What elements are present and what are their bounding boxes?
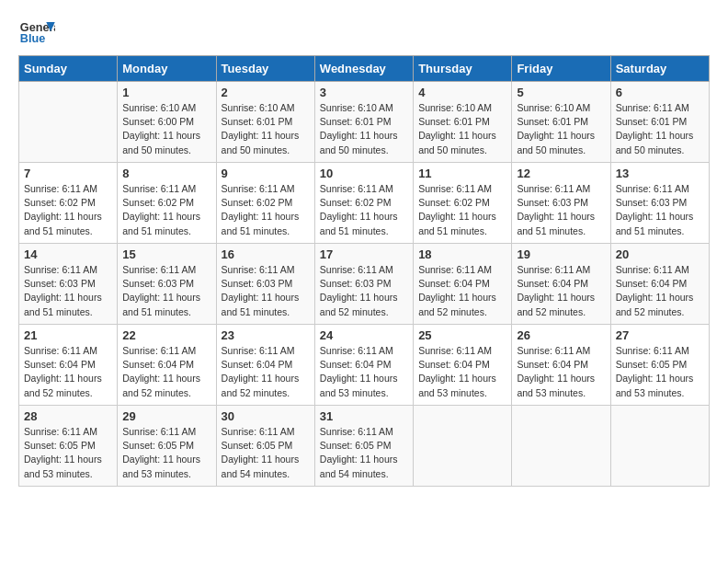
day-number: 27 bbox=[616, 328, 704, 342]
calendar-cell: 18Sunrise: 6:11 AMSunset: 6:04 PMDayligh… bbox=[414, 244, 512, 325]
calendar-week-row: 28Sunrise: 6:11 AMSunset: 6:05 PMDayligh… bbox=[19, 406, 710, 487]
day-number: 17 bbox=[320, 247, 408, 261]
day-number: 3 bbox=[320, 86, 408, 99]
day-info: Sunrise: 6:11 AMSunset: 6:04 PMDaylight:… bbox=[122, 344, 210, 400]
day-number: 13 bbox=[616, 167, 704, 180]
day-info: Sunrise: 6:11 AMSunset: 6:03 PMDaylight:… bbox=[122, 263, 210, 319]
day-number: 20 bbox=[616, 247, 704, 261]
day-number: 6 bbox=[616, 86, 704, 99]
calendar-cell: 26Sunrise: 6:11 AMSunset: 6:04 PMDayligh… bbox=[512, 325, 610, 406]
day-number: 31 bbox=[320, 409, 408, 423]
day-info: Sunrise: 6:11 AMSunset: 6:04 PMDaylight:… bbox=[24, 344, 112, 400]
weekday-header: Friday bbox=[512, 56, 610, 82]
day-number: 18 bbox=[418, 247, 506, 261]
calendar-week-row: 14Sunrise: 6:11 AMSunset: 6:03 PMDayligh… bbox=[19, 244, 710, 325]
day-info: Sunrise: 6:10 AMSunset: 6:01 PMDaylight:… bbox=[320, 101, 408, 157]
day-info: Sunrise: 6:11 AMSunset: 6:03 PMDaylight:… bbox=[517, 182, 605, 238]
calendar-cell: 21Sunrise: 6:11 AMSunset: 6:04 PMDayligh… bbox=[19, 325, 118, 406]
calendar-cell: 20Sunrise: 6:11 AMSunset: 6:04 PMDayligh… bbox=[610, 244, 709, 325]
calendar-cell: 11Sunrise: 6:11 AMSunset: 6:02 PMDayligh… bbox=[414, 163, 512, 244]
day-number: 7 bbox=[24, 167, 112, 180]
calendar-cell: 29Sunrise: 6:11 AMSunset: 6:05 PMDayligh… bbox=[118, 406, 216, 487]
day-number: 19 bbox=[517, 247, 605, 261]
day-number: 26 bbox=[517, 328, 605, 342]
day-number: 23 bbox=[222, 328, 310, 342]
calendar-cell bbox=[610, 406, 709, 487]
calendar-cell: 17Sunrise: 6:11 AMSunset: 6:03 PMDayligh… bbox=[314, 244, 413, 325]
day-info: Sunrise: 6:11 AMSunset: 6:05 PMDaylight:… bbox=[222, 425, 310, 481]
day-number: 28 bbox=[24, 409, 112, 423]
day-info: Sunrise: 6:11 AMSunset: 6:05 PMDaylight:… bbox=[24, 425, 112, 481]
calendar-cell bbox=[414, 406, 512, 487]
day-info: Sunrise: 6:11 AMSunset: 6:05 PMDaylight:… bbox=[616, 344, 704, 400]
day-info: Sunrise: 6:11 AMSunset: 6:03 PMDaylight:… bbox=[320, 263, 408, 319]
day-info: Sunrise: 6:11 AMSunset: 6:02 PMDaylight:… bbox=[222, 182, 310, 238]
day-info: Sunrise: 6:11 AMSunset: 6:04 PMDaylight:… bbox=[616, 263, 704, 319]
day-info: Sunrise: 6:11 AMSunset: 6:05 PMDaylight:… bbox=[122, 425, 210, 481]
weekday-header: Thursday bbox=[414, 56, 512, 82]
day-info: Sunrise: 6:11 AMSunset: 6:04 PMDaylight:… bbox=[418, 344, 506, 400]
weekday-header: Wednesday bbox=[314, 56, 413, 82]
day-number: 29 bbox=[122, 409, 210, 423]
day-info: Sunrise: 6:11 AMSunset: 6:04 PMDaylight:… bbox=[418, 263, 506, 319]
day-info: Sunrise: 6:11 AMSunset: 6:03 PMDaylight:… bbox=[222, 263, 310, 319]
calendar-cell: 9Sunrise: 6:11 AMSunset: 6:02 PMDaylight… bbox=[216, 163, 314, 244]
svg-text:Blue: Blue bbox=[20, 32, 45, 45]
day-info: Sunrise: 6:11 AMSunset: 6:01 PMDaylight:… bbox=[616, 101, 704, 157]
day-number: 15 bbox=[122, 247, 210, 261]
calendar-week-row: 1Sunrise: 6:10 AMSunset: 6:00 PMDaylight… bbox=[19, 82, 710, 163]
calendar-cell: 16Sunrise: 6:11 AMSunset: 6:03 PMDayligh… bbox=[216, 244, 314, 325]
day-info: Sunrise: 6:10 AMSunset: 6:01 PMDaylight:… bbox=[222, 101, 310, 157]
calendar-cell: 4Sunrise: 6:10 AMSunset: 6:01 PMDaylight… bbox=[414, 82, 512, 163]
calendar-cell: 3Sunrise: 6:10 AMSunset: 6:01 PMDaylight… bbox=[314, 82, 413, 163]
calendar-cell: 6Sunrise: 6:11 AMSunset: 6:01 PMDaylight… bbox=[610, 82, 709, 163]
calendar-week-row: 21Sunrise: 6:11 AMSunset: 6:04 PMDayligh… bbox=[19, 325, 710, 406]
calendar-table: SundayMondayTuesdayWednesdayThursdayFrid… bbox=[18, 55, 710, 487]
weekday-header: Sunday bbox=[19, 56, 118, 82]
calendar-cell: 12Sunrise: 6:11 AMSunset: 6:03 PMDayligh… bbox=[512, 163, 610, 244]
day-info: Sunrise: 6:11 AMSunset: 6:05 PMDaylight:… bbox=[320, 425, 408, 481]
day-number: 9 bbox=[222, 167, 310, 180]
day-info: Sunrise: 6:11 AMSunset: 6:04 PMDaylight:… bbox=[320, 344, 408, 400]
calendar-cell: 7Sunrise: 6:11 AMSunset: 6:02 PMDaylight… bbox=[19, 163, 118, 244]
day-number: 24 bbox=[320, 328, 408, 342]
calendar-week-row: 7Sunrise: 6:11 AMSunset: 6:02 PMDaylight… bbox=[19, 163, 710, 244]
day-number: 25 bbox=[418, 328, 506, 342]
day-info: Sunrise: 6:11 AMSunset: 6:02 PMDaylight:… bbox=[24, 182, 112, 238]
day-number: 10 bbox=[320, 167, 408, 180]
day-number: 12 bbox=[517, 167, 605, 180]
day-info: Sunrise: 6:11 AMSunset: 6:02 PMDaylight:… bbox=[320, 182, 408, 238]
calendar-cell: 30Sunrise: 6:11 AMSunset: 6:05 PMDayligh… bbox=[216, 406, 314, 487]
calendar-cell: 28Sunrise: 6:11 AMSunset: 6:05 PMDayligh… bbox=[19, 406, 118, 487]
calendar-cell: 27Sunrise: 6:11 AMSunset: 6:05 PMDayligh… bbox=[610, 325, 709, 406]
weekday-header: Tuesday bbox=[216, 56, 314, 82]
day-number: 21 bbox=[24, 328, 112, 342]
day-info: Sunrise: 6:11 AMSunset: 6:02 PMDaylight:… bbox=[122, 182, 210, 238]
calendar-cell: 24Sunrise: 6:11 AMSunset: 6:04 PMDayligh… bbox=[314, 325, 413, 406]
day-info: Sunrise: 6:11 AMSunset: 6:02 PMDaylight:… bbox=[418, 182, 506, 238]
logo: General Blue bbox=[18, 18, 59, 46]
calendar-cell: 31Sunrise: 6:11 AMSunset: 6:05 PMDayligh… bbox=[314, 406, 413, 487]
calendar-cell: 10Sunrise: 6:11 AMSunset: 6:02 PMDayligh… bbox=[314, 163, 413, 244]
calendar-cell bbox=[512, 406, 610, 487]
day-number: 8 bbox=[122, 167, 210, 180]
day-info: Sunrise: 6:11 AMSunset: 6:03 PMDaylight:… bbox=[616, 182, 704, 238]
calendar-cell: 15Sunrise: 6:11 AMSunset: 6:03 PMDayligh… bbox=[118, 244, 216, 325]
calendar-cell: 25Sunrise: 6:11 AMSunset: 6:04 PMDayligh… bbox=[414, 325, 512, 406]
day-number: 30 bbox=[222, 409, 310, 423]
day-info: Sunrise: 6:10 AMSunset: 6:01 PMDaylight:… bbox=[418, 101, 506, 157]
calendar-cell: 5Sunrise: 6:10 AMSunset: 6:01 PMDaylight… bbox=[512, 82, 610, 163]
calendar-cell: 14Sunrise: 6:11 AMSunset: 6:03 PMDayligh… bbox=[19, 244, 118, 325]
calendar-header-row: SundayMondayTuesdayWednesdayThursdayFrid… bbox=[19, 56, 710, 82]
day-number: 22 bbox=[122, 328, 210, 342]
weekday-header: Saturday bbox=[610, 56, 709, 82]
day-number: 4 bbox=[418, 86, 506, 99]
day-number: 2 bbox=[222, 86, 310, 99]
logo-icon: General Blue bbox=[18, 18, 55, 46]
day-info: Sunrise: 6:11 AMSunset: 6:04 PMDaylight:… bbox=[517, 263, 605, 319]
day-number: 14 bbox=[24, 247, 112, 261]
day-number: 5 bbox=[517, 86, 605, 99]
day-number: 11 bbox=[418, 167, 506, 180]
calendar-body: 1Sunrise: 6:10 AMSunset: 6:00 PMDaylight… bbox=[19, 82, 710, 487]
page-header: General Blue bbox=[18, 18, 710, 46]
